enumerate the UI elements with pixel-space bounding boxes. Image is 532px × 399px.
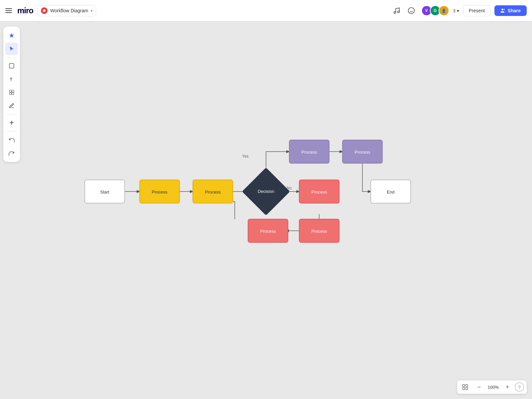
svg-rect-12 — [9, 93, 11, 95]
svg-rect-13 — [12, 93, 14, 95]
select-tool[interactable] — [5, 43, 18, 55]
undo-tool[interactable] — [5, 133, 18, 146]
miro-logo: miro — [17, 6, 33, 15]
svg-text:End: End — [387, 190, 394, 195]
board-title-text: Workflow Diagram — [50, 8, 88, 13]
header: miro Workflow Diagram ▾ — [0, 0, 532, 21]
svg-text:Process: Process — [152, 190, 168, 195]
svg-text:Process: Process — [355, 150, 370, 155]
svg-point-2 — [394, 12, 396, 14]
board-title-button[interactable]: Workflow Diagram ▾ — [37, 5, 96, 16]
left-toolbar: T — [3, 27, 20, 162]
svg-text:Process: Process — [302, 150, 317, 155]
svg-rect-8 — [9, 64, 14, 68]
svg-rect-36 — [466, 385, 467, 387]
grid-icon[interactable] — [460, 382, 470, 392]
svg-rect-38 — [466, 388, 467, 390]
share-users-icon — [500, 8, 506, 13]
board-icon — [41, 7, 48, 14]
help-button[interactable]: ? — [515, 382, 524, 392]
svg-rect-11 — [12, 90, 14, 92]
svg-text:Process: Process — [260, 229, 276, 234]
share-button[interactable]: Share — [494, 5, 527, 16]
svg-text:T: T — [10, 77, 13, 82]
text-tool[interactable]: T — [5, 73, 18, 85]
avatar-count[interactable]: 3 ▾ — [453, 8, 459, 13]
svg-text:Process: Process — [205, 190, 221, 195]
add-tool[interactable] — [5, 116, 18, 129]
svg-rect-37 — [463, 388, 465, 390]
toolbar-divider-3 — [7, 131, 17, 131]
components-tool[interactable] — [5, 86, 18, 99]
avatar-group: V G 👤 — [421, 5, 449, 16]
canvas[interactable]: Yes No Start Process Process Decision — [0, 21, 532, 399]
zoom-out-button[interactable]: − — [474, 382, 484, 392]
zoom-level: 100% — [485, 385, 501, 390]
zoom-in-button[interactable]: + — [502, 382, 513, 392]
header-left: miro Workflow Diagram ▾ — [5, 5, 96, 16]
svg-point-3 — [397, 11, 399, 13]
svg-point-4 — [408, 8, 414, 14]
svg-rect-35 — [463, 385, 465, 387]
svg-point-7 — [501, 9, 503, 10]
header-icons — [391, 5, 417, 17]
avatar-photo: 👤 — [439, 5, 449, 16]
pen-tool[interactable] — [5, 99, 18, 112]
svg-rect-10 — [9, 90, 11, 92]
svg-text:Yes: Yes — [242, 154, 249, 159]
music-icon[interactable] — [391, 5, 403, 17]
svg-text:Start: Start — [100, 190, 109, 195]
redo-tool[interactable] — [5, 147, 18, 159]
chevron-down-icon: ▾ — [91, 9, 92, 13]
bottom-bar: − 100% + ? — [457, 380, 527, 394]
header-right: V G 👤 3 ▾ Present Share — [391, 5, 527, 17]
svg-text:Process: Process — [312, 190, 327, 195]
svg-text:Decision: Decision — [258, 189, 274, 194]
present-button[interactable]: Present — [463, 5, 490, 16]
sparkle-tool[interactable] — [5, 29, 18, 42]
toolbar-divider-1 — [7, 57, 17, 58]
emoji-icon[interactable] — [405, 5, 417, 17]
diagram-svg: Yes No Start Process Process Decision — [0, 21, 532, 399]
toolbar-divider-2 — [7, 114, 17, 114]
hamburger-icon[interactable] — [5, 7, 13, 15]
svg-text:Process: Process — [312, 229, 327, 234]
svg-point-1 — [44, 10, 45, 11]
frame-tool[interactable] — [5, 60, 18, 72]
